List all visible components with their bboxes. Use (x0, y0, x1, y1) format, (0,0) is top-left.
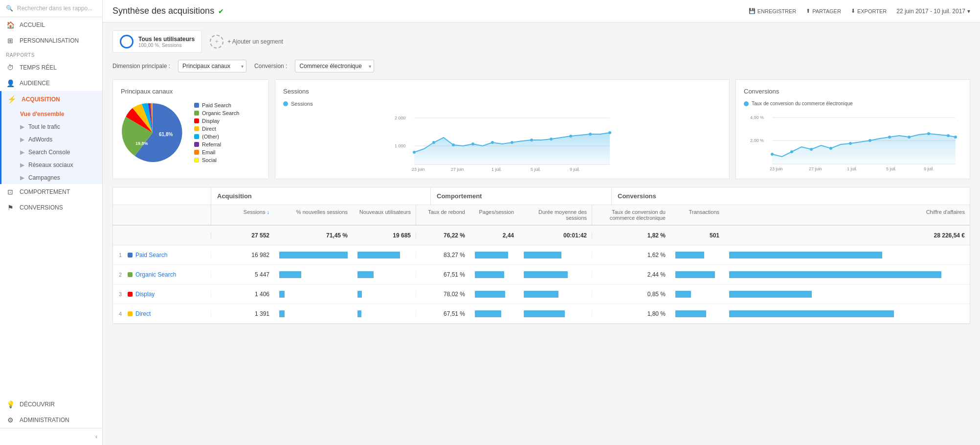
legend-dot-direct (194, 126, 199, 131)
search-bar[interactable]: 🔍 Rechercher dans les rappo... (0, 0, 102, 17)
cell-bar-trans-organic (670, 271, 724, 278)
col-h-channel (113, 205, 211, 225)
svg-point-31 (829, 147, 832, 150)
legend-direct: Direct (194, 126, 239, 132)
search-icon: 🔍 (6, 5, 13, 12)
row-channel-direct[interactable]: Direct (128, 310, 211, 317)
svg-point-29 (790, 150, 793, 153)
chevron-down-icon: ▾ (967, 8, 970, 15)
sidebar-item-personnalisation[interactable]: ⊞ PERSONNALISATION (0, 33, 102, 48)
sidebar-sub-reseaux-sociaux[interactable]: ▶ Réseaux sociaux (1, 159, 102, 171)
sidebar-sub-search-console[interactable]: ▶ Search Console (1, 146, 102, 159)
table-row: 4 Direct 1 391 67,51 % (113, 304, 970, 324)
sidebar-sub-adwords[interactable]: ▶ AdWords (1, 133, 102, 146)
row-channel-display[interactable]: Display (128, 291, 211, 298)
sidebar-label-audience: AUDIENCE (20, 80, 50, 87)
col-h-revenue[interactable]: Chiffre d'affaires (724, 205, 970, 225)
legend-paid-search: Paid Search (194, 102, 239, 108)
cell-sessions-display: 1 406 (211, 291, 274, 298)
pie-chart-card: Principaux canaux (112, 79, 269, 179)
share-icon: ⬆ (806, 8, 810, 14)
sidebar-item-administration[interactable]: ⚙ ADMINISTRATION (0, 412, 102, 428)
sessions-legend-label: Sessions (291, 101, 313, 107)
expand-icon-rs: ▶ (20, 162, 24, 168)
cell-bar-bounce-paid (470, 252, 519, 258)
col-h-pages[interactable]: Pages/session (470, 205, 519, 225)
svg-text:1 juil.: 1 juil. (491, 167, 502, 172)
all-users-segment[interactable]: Tous les utilisateurs 100,00 %, Sessions (112, 30, 202, 53)
sidebar-collapse-button[interactable]: ‹ (0, 428, 102, 445)
sidebar-sub-campagnes[interactable]: ▶ Campagnes (1, 171, 102, 184)
table-group-acquisition: Acquisition (211, 187, 431, 205)
legend-email: Email (194, 149, 239, 155)
col-h-pct-new[interactable]: % nouvelles sessions (274, 205, 353, 225)
save-button[interactable]: 💾 ENREGISTRER (749, 8, 796, 14)
legend-label-paid: Paid Search (202, 102, 231, 108)
col-h-new-users[interactable]: Nouveaux utilisateurs (353, 205, 416, 225)
col-h-conv-rate[interactable]: Taux de conversion du commerce électroni… (592, 205, 670, 225)
channel-dot-direct (128, 311, 133, 316)
svg-text:61,8%: 61,8% (159, 132, 173, 137)
legend-dot-referral (194, 142, 199, 147)
sidebar-group-acquisition: ⚡ ACQUISITION Vue d'ensemble ▶ Tout le t… (0, 91, 102, 184)
search-placeholder: Rechercher dans les rappo... (17, 5, 92, 12)
add-segment-button[interactable]: + + Ajouter un segment (210, 35, 283, 48)
total-pct-new: 71,45 % (274, 232, 353, 239)
conversion-select[interactable]: Commerce électronique (295, 60, 374, 72)
bulb-icon: 💡 (6, 400, 15, 408)
date-range-picker[interactable]: 22 juin 2017 - 10 juil. 2017 ▾ (896, 8, 970, 15)
cell-bar-trans-direct (670, 310, 724, 317)
svg-point-17 (608, 131, 611, 134)
sidebar-label-campagnes: Campagnes (28, 174, 60, 181)
bar-dur-organic (524, 271, 568, 278)
share-button[interactable]: ⬆ PARTAGER (806, 8, 841, 14)
sidebar-item-comportement[interactable]: ⊡ COMPORTEMENT (0, 184, 102, 200)
col-h-transactions[interactable]: Transactions (670, 205, 724, 225)
main-dimension-dropdown[interactable]: Principaux canaux (178, 60, 246, 72)
cell-bar-rev-paid (724, 252, 970, 258)
svg-point-28 (771, 153, 774, 156)
row-channel-organic[interactable]: Organic Search (128, 271, 211, 278)
conversion-svg: 4,00 % 2,00 % (744, 110, 962, 169)
flag-icon: ⚑ (6, 204, 15, 211)
data-table: Acquisition Comportement Conversions Ses… (112, 187, 970, 324)
sidebar-item-acquisition[interactable]: ⚡ ACQUISITION (1, 91, 102, 108)
sidebar-item-audience[interactable]: 👤 AUDIENCE (0, 75, 102, 91)
col-h-bounce[interactable]: Taux de rebond (416, 205, 470, 225)
sidebar-item-decouvrir[interactable]: 💡 DÉCOUVRIR (0, 397, 102, 412)
svg-point-33 (869, 139, 871, 142)
svg-point-13 (530, 139, 533, 141)
grid-icon: ⊞ (6, 37, 15, 45)
conversion-dropdown[interactable]: Commerce électronique (295, 60, 374, 72)
channel-label-paid: Paid Search (135, 252, 167, 258)
sidebar-item-accueil[interactable]: 🏠 ACCUEIL (0, 17, 102, 33)
verified-icon: ✔ (218, 7, 224, 15)
cell-bounce-paid: 83,27 % (416, 252, 470, 258)
cell-conv-direct: 1,80 % (592, 310, 670, 317)
expand-icon-adwords: ▶ (20, 136, 24, 143)
col-h-duration[interactable]: Durée moyenne des sessions (519, 205, 592, 225)
svg-text:9 juil.: 9 juil. (924, 166, 934, 171)
svg-point-38 (954, 136, 957, 139)
col-h-sessions[interactable]: Sessions ↓ (211, 205, 274, 225)
row-num: 4 (113, 311, 128, 317)
row-channel-paid[interactable]: Paid Search (128, 252, 211, 258)
sidebar-item-conversions[interactable]: ⚑ CONVERSIONS (0, 200, 102, 215)
bar-trans-paid (675, 252, 704, 258)
table-group-comportement: Comportement (431, 187, 612, 205)
sidebar-label-decouvrir: DÉCOUVRIR (20, 401, 55, 408)
export-button[interactable]: ⬇ EXPORTER (851, 8, 887, 14)
legend-label-organic: Organic Search (202, 110, 239, 116)
channel-label-organic: Organic Search (135, 271, 176, 278)
sidebar: 🔍 Rechercher dans les rappo... 🏠 ACCUEIL… (0, 0, 103, 445)
svg-point-11 (491, 141, 494, 144)
svg-text:23 juin: 23 juin (770, 166, 783, 171)
sidebar-item-temps-reel[interactable]: ⏱ TEMPS RÉEL (0, 60, 102, 75)
main-dimension-select[interactable]: Principaux canaux (178, 60, 246, 72)
topbar: Synthèse des acquisitions ✔ 💾 ENREGISTRE… (103, 0, 980, 23)
bar-trans-direct (675, 310, 706, 317)
table-row: 1 Paid Search 16 982 83,27 % (113, 245, 970, 265)
sidebar-sub-vue-ensemble[interactable]: Vue d'ensemble (1, 108, 102, 120)
sidebar-sub-tout-trafic[interactable]: ▶ Tout le trafic (1, 120, 102, 133)
sessions-chart-card: Sessions Sessions 2 000 1 000 (275, 79, 730, 179)
